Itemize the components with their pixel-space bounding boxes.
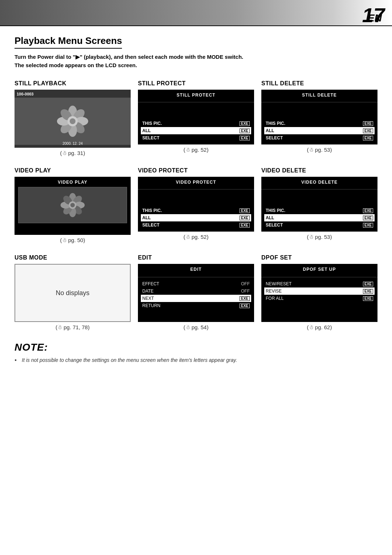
screen-ref-edit: (☃ pg. 54) bbox=[184, 324, 209, 331]
note-section: NOTE: It is not possible to change the s… bbox=[15, 342, 377, 364]
video-delete-row-0-left: THIS PIC. bbox=[266, 208, 285, 213]
flower-illustration bbox=[56, 105, 89, 138]
screen-label-edit: EDIT bbox=[138, 254, 254, 261]
video-protect-row-1-left: ALL bbox=[142, 215, 151, 220]
screen-label-usb-mode: USB MODE bbox=[15, 254, 131, 261]
screen-label-video-protect: VIDEO PROTECT bbox=[138, 167, 254, 174]
still-protect-row-2: SELECT EXE bbox=[142, 134, 250, 142]
still-delete-screen: STILL DELETE THIS PIC. EXE ALL EXE SELEC… bbox=[261, 90, 377, 144]
screen-label-video-delete: VIDEO DELETE bbox=[261, 167, 377, 174]
no-display-screen: No displays bbox=[15, 264, 131, 322]
screen-label-still-protect: STILL PROTECT bbox=[138, 80, 254, 87]
video-image-area bbox=[18, 187, 127, 223]
edit-row-3-right: EXE bbox=[240, 303, 250, 308]
edit-row-2: NEXT EXE bbox=[141, 295, 251, 302]
still-delete-header: STILL DELETE bbox=[261, 90, 377, 102]
still-protect-row-0-right: EXE bbox=[240, 121, 250, 126]
section-title: Playback Menu Screens bbox=[15, 35, 122, 49]
video-delete-row-0: THIS PIC. EXE bbox=[266, 207, 373, 214]
still-protect-row-2-right: EXE bbox=[240, 136, 250, 140]
header-bar: EN 17 bbox=[0, 0, 392, 25]
playback-screen: 100-0003 20 bbox=[15, 90, 131, 148]
edit-row-1-right: OFF bbox=[241, 289, 250, 294]
screen-item-edit: EDIT EDIT EFFECT OFF DATE OFF NEXT EXE bbox=[138, 254, 254, 331]
video-protect-row-0-left: THIS PIC. bbox=[142, 208, 162, 213]
video-delete-row-1-left: ALL bbox=[266, 215, 274, 220]
playback-top-bar: 100-0003 bbox=[17, 92, 34, 96]
screen-label-dpof-set: DPOF SET bbox=[261, 254, 377, 261]
edit-body: EFFECT OFF DATE OFF NEXT EXE RETURN EXE bbox=[138, 277, 254, 312]
screen-item-usb-mode: USB MODE No displays (☃ pg. 71, 78) bbox=[15, 254, 131, 331]
still-protect-row-0-left: THIS PIC. bbox=[142, 121, 162, 126]
screen-label-still-delete: STILL DELETE bbox=[261, 80, 377, 87]
screen-ref-dpof-set: (☃ pg. 62) bbox=[307, 324, 332, 331]
edit-row-1-left: DATE bbox=[142, 289, 154, 294]
edit-row-0-right: OFF bbox=[241, 281, 250, 286]
video-protect-row-2-right: EXE bbox=[240, 223, 250, 228]
still-delete-row-1: ALL EXE bbox=[264, 127, 375, 134]
video-delete-row-0-right: EXE bbox=[363, 208, 373, 213]
dpof-row-1-left: REVISE bbox=[266, 289, 282, 294]
video-protect-row-1-right: EXE bbox=[240, 216, 250, 220]
dpof-row-0-right: EXE bbox=[363, 282, 373, 286]
still-delete-row-0-right: EXE bbox=[363, 121, 373, 126]
video-delete-row-2-left: SELECT bbox=[266, 223, 283, 228]
intro-text: Turn the Power dial to "▶" (playback), a… bbox=[15, 53, 377, 69]
screen-item-video-protect: VIDEO PROTECT VIDEO PROTECT THIS PIC. EX… bbox=[138, 167, 254, 244]
video-protect-body: THIS PIC. EXE ALL EXE SELECT EXE bbox=[138, 204, 254, 232]
still-protect-row-1-right: EXE bbox=[240, 128, 250, 133]
video-delete-header: VIDEO DELETE bbox=[261, 177, 377, 189]
screen-ref-video-play: (☃ pg. 50) bbox=[60, 237, 85, 244]
dpof-body: NEW/RESET EXE REVISE EXE FOR ALL EXE bbox=[261, 277, 377, 305]
screen-ref-still-playback: (☃ pg. 31) bbox=[60, 150, 85, 156]
still-delete-row-2-right: EXE bbox=[363, 136, 373, 140]
screen-ref-usb-mode: (☃ pg. 71, 78) bbox=[56, 324, 90, 331]
video-play-header: VIDEO PLAY bbox=[15, 177, 131, 187]
still-protect-header: STILL PROTECT bbox=[138, 90, 254, 102]
screen-ref-video-delete: (☃ pg. 53) bbox=[307, 234, 332, 240]
still-protect-row-1-left: ALL bbox=[142, 128, 151, 133]
screen-ref-still-protect: (☃ pg. 52) bbox=[184, 147, 209, 153]
dpof-screen: DPOF SET UP NEW/RESET EXE REVISE EXE FOR… bbox=[261, 264, 377, 322]
edit-header: EDIT bbox=[138, 264, 254, 277]
edit-row-2-right: EXE bbox=[240, 296, 250, 301]
page-content: Playback Menu Screens Turn the Power dia… bbox=[0, 30, 392, 375]
dpof-row-0: NEW/RESET EXE bbox=[266, 280, 373, 287]
still-delete-row-2: SELECT EXE bbox=[266, 134, 373, 142]
intro-line2: The selected mode appears on the LCD scr… bbox=[15, 62, 137, 68]
video-delete-row-2-right: EXE bbox=[363, 223, 373, 228]
edit-row-3: RETURN EXE bbox=[142, 302, 250, 309]
dpof-row-2: FOR ALL EXE bbox=[266, 295, 373, 302]
screen-ref-still-delete: (☃ pg. 53) bbox=[307, 147, 332, 153]
video-protect-row-0: THIS PIC. EXE bbox=[142, 207, 250, 214]
video-protect-row-1: ALL EXE bbox=[141, 214, 251, 221]
dpof-row-1: REVISE EXE bbox=[264, 287, 375, 295]
still-protect-row-0: THIS PIC. EXE bbox=[142, 120, 250, 127]
screen-item-video-play: VIDEO PLAY VIDEO PLAY bbox=[15, 167, 131, 244]
video-delete-body: THIS PIC. EXE ALL EXE SELECT EXE bbox=[261, 204, 377, 232]
intro-line1: Turn the Power dial to "▶" (playback), a… bbox=[15, 54, 243, 60]
dpof-row-2-right: EXE bbox=[363, 296, 373, 301]
screen-item-still-playback: STILL PLAYBACK 100-0003 bbox=[15, 80, 131, 156]
video-protect-row-2: SELECT EXE bbox=[142, 221, 250, 229]
screen-item-still-protect: STILL PROTECT STILL PROTECT THIS PIC. EX… bbox=[138, 80, 254, 156]
still-delete-row-0-left: THIS PIC. bbox=[266, 121, 285, 126]
edit-row-0: EFFECT OFF bbox=[142, 280, 250, 287]
screen-item-video-delete: VIDEO DELETE VIDEO DELETE THIS PIC. EXE … bbox=[261, 167, 377, 244]
no-display-text: No displays bbox=[56, 289, 89, 297]
svg-point-19 bbox=[70, 203, 75, 207]
dpof-row-2-left: FOR ALL bbox=[266, 296, 283, 301]
video-play-screen: VIDEO PLAY bbox=[15, 177, 131, 235]
svg-point-9 bbox=[70, 118, 75, 124]
dpof-row-1-right: EXE bbox=[363, 289, 373, 294]
still-protect-row-1: ALL EXE bbox=[141, 127, 251, 134]
note-title: NOTE: bbox=[15, 342, 377, 353]
edit-row-2-left: NEXT bbox=[142, 296, 154, 301]
still-protect-row-2-left: SELECT bbox=[142, 135, 159, 140]
screen-item-still-delete: STILL DELETE STILL DELETE THIS PIC. EXE … bbox=[261, 80, 377, 156]
screens-grid: STILL PLAYBACK 100-0003 bbox=[15, 80, 377, 331]
still-protect-body: THIS PIC. EXE ALL EXE SELECT EXE bbox=[138, 117, 254, 144]
header-divider bbox=[0, 25, 392, 26]
playback-image-area bbox=[15, 98, 131, 145]
still-delete-row-1-left: ALL bbox=[266, 128, 274, 133]
